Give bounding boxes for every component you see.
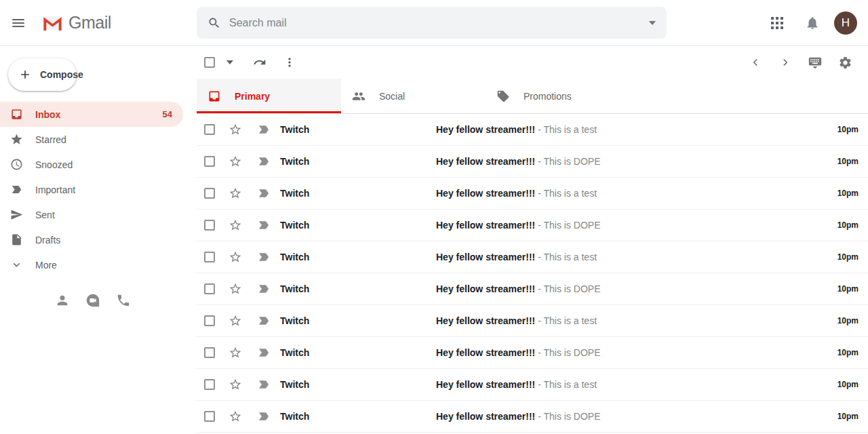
email-subject-line: Hey fellow streamer!!! - This is DOPE xyxy=(436,347,837,358)
sidebar-item-label: Starred xyxy=(35,134,66,145)
star-outline-icon[interactable] xyxy=(229,186,242,200)
star-outline-icon[interactable] xyxy=(229,282,242,296)
important-marker-icon[interactable] xyxy=(257,123,271,136)
older-chevron-right-icon[interactable] xyxy=(770,49,800,76)
email-time: 10pm xyxy=(837,316,868,326)
tab-promotions[interactable]: Promotions xyxy=(486,79,630,113)
email-list: Twitch Hey fellow streamer!!! - This is … xyxy=(197,114,868,433)
sidebar-item-drafts[interactable]: Drafts xyxy=(0,227,197,252)
sidebar-item-more[interactable]: More xyxy=(0,252,197,277)
sidebar-item-label: Important xyxy=(35,184,75,195)
email-checkbox[interactable] xyxy=(204,252,215,262)
tab-label: Primary xyxy=(235,91,270,102)
email-subject: Hey fellow streamer!!! xyxy=(436,220,535,231)
notifications-bell-icon[interactable] xyxy=(799,9,826,37)
star-outline-icon[interactable] xyxy=(229,155,242,168)
header-left: Gmail xyxy=(0,9,197,37)
email-checkbox[interactable] xyxy=(204,411,215,422)
sidebar-item-important[interactable]: Important xyxy=(0,177,197,202)
email-checkbox[interactable] xyxy=(204,283,215,294)
email-row[interactable]: Twitch Hey fellow streamer!!! - This is … xyxy=(197,178,868,210)
important-marker-icon[interactable] xyxy=(257,314,271,328)
account-avatar[interactable]: H xyxy=(834,12,857,35)
duo-video-icon[interactable] xyxy=(85,292,101,309)
email-subject-line: Hey fellow streamer!!! - This is a test xyxy=(436,124,837,135)
email-time: 10pm xyxy=(837,157,868,166)
email-row[interactable]: Twitch Hey fellow streamer!!! - This is … xyxy=(197,210,868,241)
email-row[interactable]: Twitch Hey fellow streamer!!! - This is … xyxy=(197,146,868,178)
email-checkbox[interactable] xyxy=(204,315,215,326)
phone-icon[interactable] xyxy=(115,292,132,309)
star-outline-icon[interactable] xyxy=(229,346,242,359)
email-sender: Twitch xyxy=(280,283,436,294)
star-outline-icon[interactable] xyxy=(229,378,242,391)
important-marker-icon[interactable] xyxy=(257,346,271,359)
sidebar-item-inbox[interactable]: Inbox 54 xyxy=(0,102,183,127)
tab-primary[interactable]: Primary xyxy=(197,79,341,113)
star-outline-icon[interactable] xyxy=(229,410,242,423)
email-snippet: - This is a test xyxy=(538,252,597,262)
email-row[interactable]: Twitch Hey fellow streamer!!! - This is … xyxy=(197,401,868,433)
tab-social[interactable]: Social xyxy=(341,79,486,113)
important-marker-icon xyxy=(9,183,23,196)
email-sender: Twitch xyxy=(280,124,436,135)
content: Primary Social Promotions Twi xyxy=(197,46,868,433)
select-all-checkbox[interactable] xyxy=(204,57,215,68)
inbox-tabs: Primary Social Promotions xyxy=(197,79,868,114)
list-toolbar xyxy=(197,46,868,79)
inbox-icon xyxy=(208,90,221,103)
email-checkbox[interactable] xyxy=(204,156,215,167)
email-time: 10pm xyxy=(837,380,868,389)
email-checkbox[interactable] xyxy=(204,347,215,358)
toolbar-right xyxy=(741,49,868,76)
email-time: 10pm xyxy=(837,348,868,357)
select-dropdown-caret-icon[interactable] xyxy=(215,49,245,76)
important-marker-icon[interactable] xyxy=(257,410,271,423)
sidebar-item-snoozed[interactable]: Snoozed xyxy=(0,152,197,177)
apps-grid-icon[interactable] xyxy=(764,9,791,37)
star-outline-icon[interactable] xyxy=(229,218,242,232)
star-outline-icon[interactable] xyxy=(229,123,242,136)
email-subject: Hey fellow streamer!!! xyxy=(436,283,535,294)
email-time: 10pm xyxy=(837,125,868,134)
important-marker-icon[interactable] xyxy=(257,218,271,232)
email-row[interactable]: Twitch Hey fellow streamer!!! - This is … xyxy=(197,241,868,273)
gmail-logo[interactable]: Gmail xyxy=(42,13,111,33)
important-marker-icon[interactable] xyxy=(257,155,271,168)
settings-gear-icon[interactable] xyxy=(830,49,860,76)
email-row[interactable]: Twitch Hey fellow streamer!!! - This is … xyxy=(197,369,868,401)
menu-icon[interactable] xyxy=(9,9,37,37)
email-time: 10pm xyxy=(837,189,868,198)
important-marker-icon[interactable] xyxy=(257,186,271,200)
email-row[interactable]: Twitch Hey fellow streamer!!! - This is … xyxy=(197,273,868,305)
email-row[interactable]: Twitch Hey fellow streamer!!! - This is … xyxy=(197,114,868,146)
star-icon xyxy=(9,133,23,146)
email-time: 10pm xyxy=(837,220,868,230)
input-tools-keyboard-icon[interactable] xyxy=(800,49,830,76)
sidebar-item-sent[interactable]: Sent xyxy=(0,202,197,227)
important-marker-icon[interactable] xyxy=(257,250,271,264)
more-options-icon[interactable] xyxy=(275,49,304,76)
email-row[interactable]: Twitch Hey fellow streamer!!! - This is … xyxy=(197,337,868,369)
email-time: 10pm xyxy=(837,412,868,421)
newer-chevron-left-icon[interactable] xyxy=(741,49,770,76)
important-marker-icon[interactable] xyxy=(257,282,271,296)
email-checkbox[interactable] xyxy=(204,220,215,231)
email-checkbox[interactable] xyxy=(204,188,215,199)
email-checkbox[interactable] xyxy=(204,379,215,390)
email-checkbox[interactable] xyxy=(204,124,215,135)
search-options-caret-icon[interactable] xyxy=(649,21,656,25)
contacts-person-icon[interactable] xyxy=(54,292,71,309)
email-row[interactable]: Twitch Hey fellow streamer!!! - This is … xyxy=(197,305,868,337)
clock-icon xyxy=(9,158,23,171)
star-outline-icon[interactable] xyxy=(229,250,242,264)
search-input[interactable]: Search mail xyxy=(197,7,667,39)
refresh-icon[interactable] xyxy=(245,49,275,76)
important-marker-icon[interactable] xyxy=(257,378,271,391)
compose-button[interactable]: Compose xyxy=(8,58,77,91)
star-outline-icon[interactable] xyxy=(229,314,242,328)
sidebar-item-starred[interactable]: Starred xyxy=(0,127,197,152)
header: Gmail Search mail H xyxy=(0,0,868,46)
search-icon[interactable] xyxy=(208,16,221,30)
inbox-icon xyxy=(9,108,23,121)
